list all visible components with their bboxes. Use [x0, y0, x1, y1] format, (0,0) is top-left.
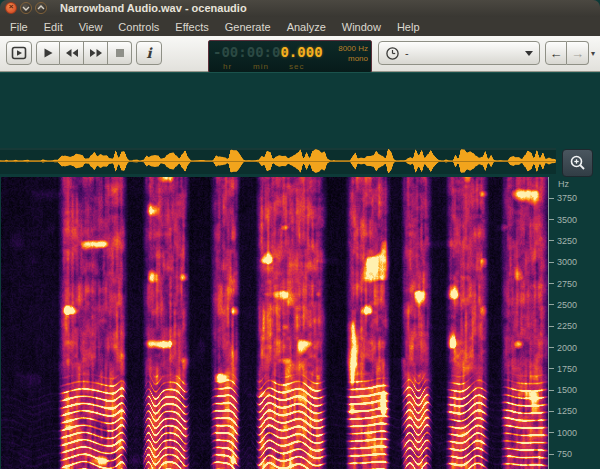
menu-item-controls[interactable]: Controls	[110, 21, 167, 33]
window-title: Narrowband Audio.wav - ocenaudio	[60, 2, 247, 14]
chevron-down-icon	[22, 4, 30, 12]
forward-button[interactable]: →	[567, 41, 589, 65]
spectrogram-view[interactable]	[1, 177, 548, 469]
freq-tick	[549, 219, 554, 220]
rewind-button[interactable]	[60, 41, 84, 65]
freq-tick-label: 3000	[557, 257, 577, 267]
play-device-button[interactable]	[6, 41, 32, 65]
freq-axis-line	[548, 177, 549, 469]
fast-forward-button[interactable]	[84, 41, 108, 65]
maximize-button[interactable]	[35, 2, 47, 14]
title-bar: × Narrowband Audio.wav - ocenaudio	[0, 0, 600, 18]
time-display: -00:00:00.000 hr min sec 8000 Hz mono	[208, 40, 372, 73]
menu-item-effects[interactable]: Effects	[167, 21, 216, 33]
play-icon	[42, 47, 54, 59]
freq-tick-label: 2000	[557, 343, 577, 353]
stop-button[interactable]	[108, 41, 132, 65]
info-button[interactable]: i	[136, 41, 162, 65]
freq-tick	[549, 432, 554, 433]
menu-item-window[interactable]: Window	[334, 21, 389, 33]
freq-tick	[549, 240, 554, 241]
play-button[interactable]	[36, 41, 60, 65]
menu-item-file[interactable]: File	[2, 21, 36, 33]
time-digits: -00:00:00.000	[213, 44, 323, 60]
unit-sec-label: sec	[289, 62, 304, 71]
freq-tick-label: 1750	[557, 364, 577, 374]
freq-tick	[549, 326, 554, 327]
freq-tick-label: 750	[557, 449, 572, 459]
freq-tick	[549, 198, 554, 199]
menu-bar: FileEditViewControlsEffectsGenerateAnaly…	[0, 17, 600, 36]
stop-icon	[115, 48, 125, 58]
nav-caret-icon: ▾	[591, 49, 595, 58]
chevron-up-icon	[37, 4, 45, 12]
toolbar: i -00:00:00.000 hr min sec 8000 Hz mono …	[0, 36, 600, 72]
freq-tick-label: 2750	[557, 279, 577, 289]
forward-arrow-icon: →	[571, 46, 584, 61]
bookmark-dropdown[interactable]: -	[378, 41, 540, 65]
close-icon: ×	[9, 3, 14, 11]
time-overflow-digits: -00:00:0	[213, 44, 280, 60]
menu-item-view[interactable]: View	[71, 21, 111, 33]
menu-item-help[interactable]: Help	[389, 21, 428, 33]
freq-tick	[549, 304, 554, 305]
time-units: hr min sec	[209, 62, 329, 71]
fast-forward-icon	[89, 48, 103, 58]
zoom-button[interactable]	[562, 149, 593, 177]
minimize-button[interactable]	[20, 2, 32, 14]
freq-tick	[549, 390, 554, 391]
freq-tick-label: 3250	[557, 236, 577, 246]
bookmark-value: -	[405, 47, 525, 59]
unit-hr-label: hr	[223, 62, 232, 71]
app-window: × Narrowband Audio.wav - ocenaudio FileE…	[0, 0, 600, 469]
channel-mode-label: mono	[338, 54, 368, 64]
freq-tick	[549, 454, 554, 455]
menu-item-analyze[interactable]: Analyze	[279, 21, 334, 33]
freq-tick-label: 1000	[557, 428, 577, 438]
magnifier-plus-icon	[569, 154, 587, 172]
freq-unit-label: Hz	[558, 179, 569, 189]
back-button[interactable]: ←	[545, 41, 567, 65]
freq-tick	[549, 347, 554, 348]
freq-tick-label: 3750	[557, 193, 577, 203]
freq-tick-label: 1500	[557, 385, 577, 395]
close-button[interactable]: ×	[5, 2, 17, 14]
freq-tick-label: 2250	[557, 321, 577, 331]
history-nav: ← → ▾	[545, 41, 595, 65]
sample-rate-label: 8000 Hz	[338, 44, 368, 54]
rewind-icon	[65, 48, 79, 58]
audio-format-info: 8000 Hz mono	[338, 44, 368, 64]
waveform-overview[interactable]	[0, 148, 556, 174]
clock-icon	[385, 46, 400, 61]
transport-controls	[36, 41, 132, 65]
unit-min-label: min	[253, 62, 269, 71]
freq-tick-label: 3500	[557, 215, 577, 225]
freq-tick	[549, 283, 554, 284]
dropdown-caret-icon	[525, 51, 533, 56]
freq-tick	[549, 262, 554, 263]
freq-tick-label: 2500	[557, 300, 577, 310]
menu-item-generate[interactable]: Generate	[217, 21, 279, 33]
time-value: 0.000	[280, 44, 322, 60]
freq-tick	[549, 368, 554, 369]
freq-tick-label: 1250	[557, 406, 577, 416]
menu-item-edit[interactable]: Edit	[36, 21, 71, 33]
editor-area: Hz 3750350032503000275025002250200017501…	[0, 72, 600, 469]
info-icon: i	[146, 45, 151, 61]
back-arrow-icon: ←	[550, 46, 563, 61]
play-device-icon	[11, 46, 27, 60]
freq-tick	[549, 411, 554, 412]
